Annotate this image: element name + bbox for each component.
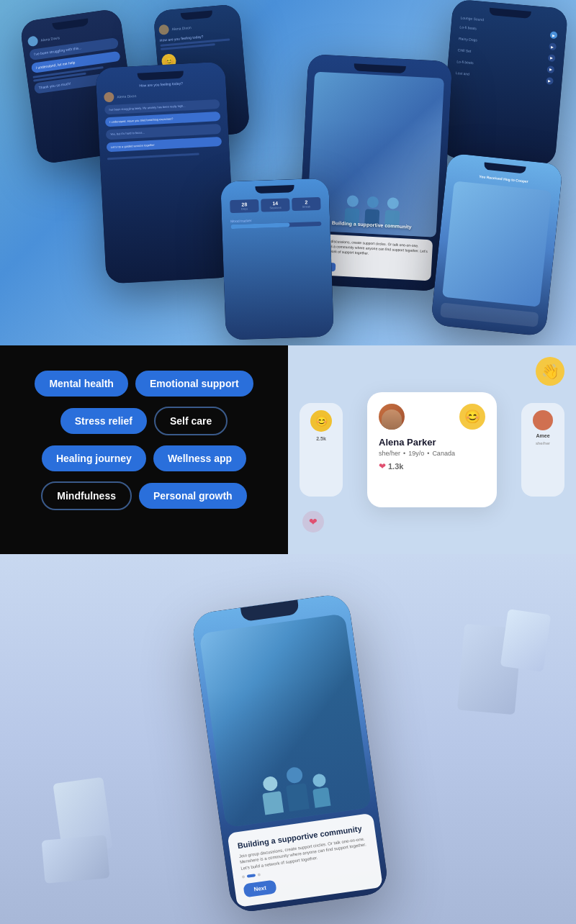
- section-phones-top: Alena Davis I've been struggling with th…: [0, 0, 576, 345]
- phone-line-5: [107, 153, 199, 160]
- hero-phone-image: [199, 613, 372, 827]
- side-likes-left: 2.5k: [316, 436, 326, 441]
- profile-info-row: she/her • 19y/o • Canada: [379, 450, 485, 457]
- figure-hero-1: [260, 775, 284, 815]
- phone-music-label-2: Rainy Dogs: [459, 36, 477, 42]
- phone-screen-3: Lounge Sound Lo-fi beats ▶ Rainy Dogs ▶ …: [440, 0, 569, 167]
- phone-username-4: Alena Dixon: [117, 94, 136, 99]
- side-avatar-right: [533, 410, 553, 430]
- phone-username-2: Alena Dixon: [171, 25, 191, 31]
- heart-icon: ❤: [379, 461, 386, 471]
- hero-next-button[interactable]: Next: [243, 879, 277, 897]
- figure-hero-head-2: [286, 766, 304, 784]
- section-two-panels: Mental health Emotional support Stress r…: [0, 345, 576, 554]
- profile-card-side-right: Amee she/her: [521, 403, 564, 497]
- wave-emoji: 👋: [541, 363, 559, 380]
- phone-notch-2: [181, 10, 212, 20]
- phone-chat-4d: Let's try a guided session together: [107, 136, 222, 152]
- hero-phone: Building a supportive community Join gro…: [191, 593, 390, 915]
- phone-play-1[interactable]: ▶: [550, 31, 558, 39]
- phone-notch-4: [138, 71, 184, 81]
- tags-row-3: Healing journey Wellness app: [42, 445, 246, 471]
- phone-notch-6: [484, 163, 526, 174]
- tags-row-4: Mindfulness Personal growth: [41, 481, 246, 510]
- phone-screen-7: 28 Days 14 Sessions 2 Streak Mood tracke…: [220, 178, 334, 340]
- tag-emotional-support[interactable]: Emotional support: [135, 371, 253, 397]
- profile-likes: ❤ 1.3k: [379, 461, 485, 471]
- side-name-right: Amee: [536, 433, 549, 438]
- profile-card-side-left: 😊 2.5k: [300, 403, 343, 497]
- hero-phone-screen: Building a supportive community Join gro…: [191, 593, 390, 915]
- hero-dot-2: [247, 874, 256, 878]
- profile-avatar-wrapper: [379, 404, 405, 430]
- tag-stress-relief[interactable]: Stress relief: [60, 408, 147, 434]
- phone-play-3[interactable]: ▶: [548, 54, 556, 62]
- profile-card-main: 😊 Alena Parker she/her • 19y/o • Canada …: [367, 392, 497, 507]
- tag-healing-journey[interactable]: Healing journey: [42, 445, 146, 471]
- phone-mood-7: Mood tracker: [228, 213, 325, 232]
- phone-music-label-1: Lo-fi beats: [459, 24, 477, 30]
- figure-hero-body-3: [312, 787, 330, 807]
- phone-music-label-3: Chill Set: [457, 47, 471, 53]
- phone-play-4[interactable]: ▶: [546, 65, 554, 73]
- hero-dot-1: [242, 875, 246, 879]
- profile-dot-1: •: [403, 450, 405, 457]
- tags-row-2: Stress relief Self care: [60, 407, 228, 435]
- hero-dot-3: [258, 873, 261, 877]
- badge-emoji: 😊: [464, 409, 480, 425]
- block-3d-3: [42, 835, 110, 884]
- phone-stat-2: 14 Sessions: [261, 198, 290, 212]
- panel-tags: Mental health Emotional support Stress r…: [0, 345, 288, 554]
- figure-hero-head-1: [262, 775, 279, 792]
- tag-personal-growth[interactable]: Personal growth: [139, 483, 247, 509]
- phone-music-label-5: Lost and: [456, 71, 470, 76]
- profile-name: Alena Parker: [379, 437, 485, 448]
- phone-music-label-4: Lo-fi beats: [456, 59, 474, 65]
- phone-mockup-3: Lounge Sound Lo-fi beats ▶ Rainy Dogs ▶ …: [440, 0, 569, 167]
- profile-location: Canada: [432, 450, 455, 457]
- figure-hero-3: [310, 773, 330, 808]
- panel-profile: 👋 😊 2.5k 😊 Alena Parker: [288, 345, 576, 554]
- heart-float[interactable]: ❤: [302, 511, 324, 533]
- profile-card-header: 😊: [379, 404, 485, 430]
- section-phone-hero: Building a supportive community Join gro…: [0, 554, 576, 924]
- phone-stat-3: 2 Streak: [292, 197, 321, 211]
- phone-play-5[interactable]: ▶: [546, 77, 554, 85]
- phone-stat-1: 28 Days: [230, 199, 259, 213]
- profile-badge: 😊: [459, 404, 485, 430]
- phones-grid: Alena Davis I've been struggling with th…: [0, 0, 576, 345]
- hero-phone-text-area: Building a supportive community Join gro…: [227, 812, 383, 907]
- hero-phone-notch: [240, 599, 300, 622]
- side-pronouns-right: she/her: [536, 441, 550, 445]
- side-badge-left: 😊: [310, 410, 332, 432]
- figure-head-1: [346, 195, 359, 207]
- profile-age: 19y/o: [408, 450, 424, 457]
- phone-screen-6: You Received Hug to Cooper: [431, 153, 563, 336]
- figure-head-2: [366, 196, 379, 209]
- hero-phone-wrapper: Building a supportive community Join gro…: [191, 593, 390, 915]
- avatar-person: [382, 409, 402, 430]
- phone-mood-fill: [230, 222, 289, 229]
- figure-head-3: [387, 197, 399, 209]
- phone-notch-5: [354, 63, 405, 73]
- phone-avatar-2: [158, 24, 169, 35]
- tag-mental-health[interactable]: Mental health: [35, 371, 127, 397]
- phone-input-6: [440, 302, 539, 327]
- figure-hero-body-1: [262, 791, 284, 815]
- tag-wellness-app[interactable]: Wellness app: [153, 445, 246, 471]
- phone-image-6: [442, 181, 552, 307]
- phone-notch-3: [489, 8, 531, 19]
- hand-wave-icon: 👋: [536, 357, 564, 386]
- phone-mockup-4: How are you feeling today? Alena Dixon I…: [95, 61, 235, 284]
- tag-mindfulness[interactable]: Mindfulness: [41, 481, 132, 510]
- hero-illustration: [207, 671, 372, 828]
- tags-row-1: Mental health Emotional support: [35, 371, 253, 397]
- phone-mockup-6: You Received Hug to Cooper: [431, 153, 563, 336]
- block-3d-2: [500, 609, 552, 672]
- phone-play-2[interactable]: ▶: [549, 42, 557, 50]
- figure-hero-head-3: [312, 773, 326, 787]
- phone-username-1: Alena Davis: [40, 35, 60, 42]
- phone-notch-7: [256, 185, 294, 194]
- figure-hero-body-2: [286, 783, 310, 812]
- tag-self-care[interactable]: Self care: [154, 407, 228, 435]
